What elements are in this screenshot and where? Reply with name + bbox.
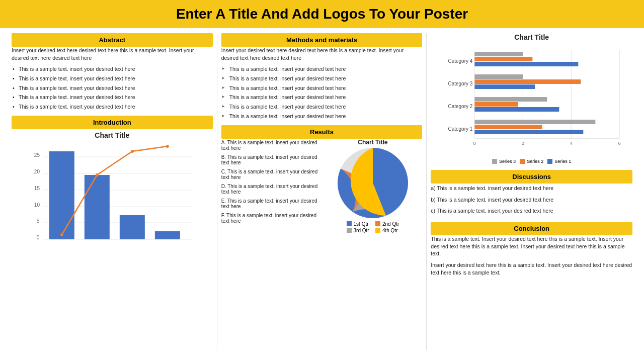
svg-point-18: [131, 150, 134, 153]
methods-arrow-item: This is a sample text. insert your desir…: [221, 83, 423, 93]
methods-arrow-item: This is a sample text. insert your desir…: [221, 102, 423, 112]
svg-rect-44: [475, 125, 542, 129]
legend-label-1st: 1st Qtr: [354, 221, 369, 227]
right-chart-title: Chart Title: [431, 33, 632, 41]
abstract-bullet: This is a sample text. insert your desir…: [12, 74, 213, 83]
methods-body: Insert your desired text here desired te…: [221, 47, 423, 121]
abstract-bullet: This is a sample text. insert your desir…: [12, 83, 213, 93]
legend-4th-qtr: 4th Qtr: [375, 228, 399, 233]
discussions-section: Discussions a) This is a sample text. in…: [431, 170, 632, 218]
svg-rect-14: [120, 215, 145, 239]
svg-rect-34: [475, 52, 523, 56]
bar-chart-svg: 0 5 10 15 20 25: [12, 141, 213, 242]
page-title: Enter A Title And Add Logos To Your Post…: [0, 6, 644, 22]
svg-rect-37: [475, 74, 523, 79]
svg-text:10: 10: [34, 202, 40, 208]
column-1: Abstract Insert your desired text here d…: [8, 33, 217, 350]
legend-label-3rd: 3rd Qtr: [354, 228, 369, 233]
results-alpha-list: A. This is a sample text. insert your de…: [221, 139, 320, 225]
svg-text:15: 15: [34, 186, 40, 191]
hbar-legend-s3: Series 3: [492, 159, 516, 164]
hbar-legend: Series 3 Series 2 Series 1: [431, 159, 632, 164]
svg-rect-40: [475, 97, 547, 102]
svg-text:20: 20: [34, 169, 40, 174]
legend-3rd-qtr: 3rd Qtr: [347, 228, 370, 233]
conclusion-body: This is a sample text. Insert your desir…: [431, 235, 632, 276]
abstract-bullet: This is a sample text. insert your desir…: [12, 93, 213, 102]
header: Enter A Title And Add Logos To Your Post…: [0, 0, 644, 28]
svg-rect-41: [475, 102, 518, 107]
hbar-svg: Category 4 Category 3 Category 2 Categor…: [431, 45, 632, 156]
abstract-header: Abstract: [12, 33, 213, 47]
discussions-list-item: a) This is a sample text. insert your de…: [431, 184, 632, 193]
hbar-legend-s1: Series 1: [547, 159, 571, 164]
legend-box-2nd: [375, 221, 380, 226]
svg-rect-38: [475, 79, 581, 84]
pie-legend: 1st Qtr 2nd Qtr 3rd Qtr 4th Qtr: [347, 221, 399, 233]
results-list-item: B. This is a sample text. insert your de…: [221, 153, 320, 166]
methods-section: Methods and materials Insert your desire…: [221, 33, 423, 121]
intro-chart-title: Chart Title: [12, 131, 213, 139]
results-header: Results: [221, 125, 423, 139]
conclusion-header: Conclusion: [431, 222, 632, 235]
chart-right-section: Chart Title Category 4 Category 3 Catego…: [431, 33, 632, 166]
hbar-s3-label: Series 3: [499, 159, 516, 164]
svg-rect-36: [475, 62, 579, 66]
pie-chart-svg: [338, 148, 408, 218]
results-list: A. This is a sample text. insert your de…: [221, 139, 320, 233]
svg-point-17: [96, 173, 99, 176]
methods-arrow-item: This is a sample text. insert your desir…: [221, 93, 423, 102]
svg-text:25: 25: [34, 152, 40, 158]
methods-list: This is a sample text. insert your desir…: [221, 64, 423, 121]
svg-rect-42: [475, 107, 559, 112]
abstract-bullet: This is a sample text. insert your desir…: [12, 102, 213, 112]
svg-rect-45: [475, 130, 584, 134]
discussions-body: a) This is a sample text. insert your de…: [431, 184, 632, 216]
results-chart-title: Chart Title: [358, 139, 387, 146]
svg-text:6: 6: [618, 141, 621, 146]
abstract-list: This is a sample text. insert your desir…: [12, 64, 213, 111]
hbar-s1-label: Series 1: [554, 159, 571, 164]
legend-box-1st: [347, 221, 352, 226]
svg-rect-13: [85, 175, 110, 239]
legend-box-4th: [375, 228, 380, 233]
results-chart: Chart Title: [324, 139, 423, 233]
svg-text:Category 1: Category 1: [448, 126, 473, 132]
hbar-legend-s2: Series 2: [520, 159, 543, 164]
results-list-item: C. This is a sample text. insert your de…: [221, 168, 320, 181]
methods-arrow-item: This is a sample text. insert your desir…: [221, 64, 423, 74]
discussions-header: Discussions: [431, 170, 632, 184]
introduction-chart: Chart Title 0 5 10 15 20 25: [12, 129, 213, 245]
discussions-list-item: c) This is a sample text. insert your de…: [431, 206, 632, 216]
conclusion-para2: Insert your desired text here this is a …: [431, 261, 632, 276]
svg-text:Category 2: Category 2: [448, 104, 473, 109]
svg-rect-39: [475, 84, 535, 89]
svg-rect-12: [49, 151, 74, 239]
abstract-bullet: This is a sample text. insert your desir…: [12, 64, 213, 74]
svg-point-16: [60, 233, 63, 236]
results-list-item: E. This is a sample text. insert your de…: [221, 197, 320, 210]
results-section: Results A. This is a sample text. insert…: [221, 125, 423, 233]
abstract-body: Insert your desired text here desired te…: [12, 47, 213, 112]
discussions-list: a) This is a sample text. insert your de…: [431, 184, 632, 216]
svg-rect-15: [155, 231, 180, 239]
results-list-item: D. This is a sample text. insert your de…: [221, 183, 320, 196]
legend-box-3rd: [347, 228, 352, 233]
svg-text:0: 0: [37, 235, 40, 240]
results-content: A. This is a sample text. insert your de…: [221, 139, 423, 233]
conclusion-section: Conclusion This is a sample text. Insert…: [431, 222, 632, 279]
methods-arrow-item: This is a sample text. insert your desir…: [221, 74, 423, 83]
column-2: Methods and materials Insert your desire…: [217, 33, 427, 350]
svg-rect-35: [475, 57, 533, 61]
abstract-text: Insert your desired text here desired te…: [12, 47, 213, 61]
legend-1st-qtr: 1st Qtr: [347, 221, 370, 227]
svg-text:0: 0: [473, 141, 476, 146]
svg-text:Category 4: Category 4: [448, 58, 473, 64]
legend-label-2nd: 2nd Qtr: [382, 221, 399, 227]
results-list-item: F. This is a sample text. insert your de…: [221, 212, 320, 225]
results-list-item: A. This is a sample text. insert your de…: [221, 139, 320, 152]
svg-text:Category 3: Category 3: [448, 81, 473, 86]
hbar-s3-box: [492, 159, 497, 164]
hbar-s2-box: [520, 159, 525, 164]
methods-text: Insert your desired text here desired te…: [221, 47, 423, 61]
